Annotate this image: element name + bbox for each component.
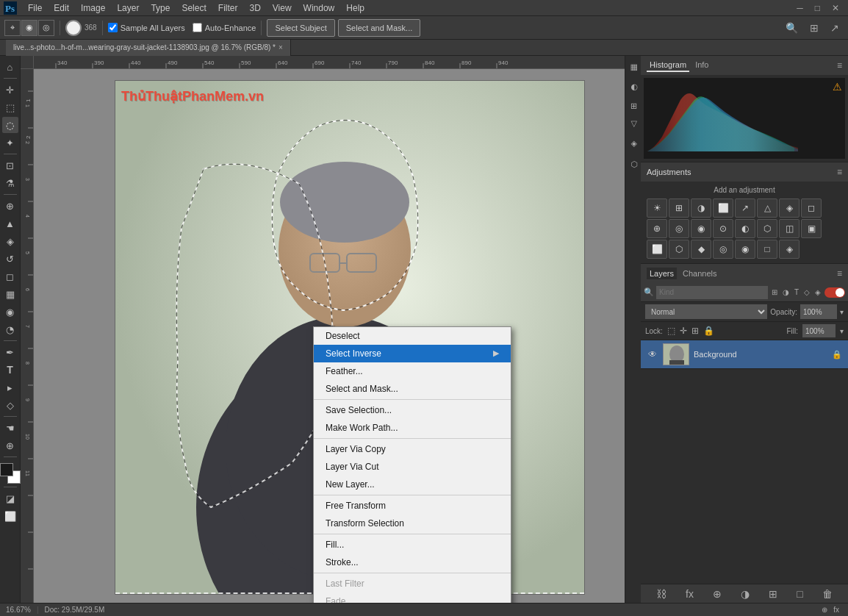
window-minimize[interactable]: ─ bbox=[791, 1, 809, 15]
menu-edit[interactable]: Edit bbox=[48, 1, 75, 15]
add-mask-icon[interactable]: ⊕ bbox=[713, 588, 722, 600]
ctx-layer-via-cut[interactable]: Layer Via Cut bbox=[314, 458, 511, 476]
channels-tab[interactable]: Channels bbox=[680, 268, 719, 279]
quick-mask-btn[interactable]: ◪ bbox=[2, 490, 18, 506]
adj-levels[interactable]: ⊞ bbox=[669, 198, 689, 218]
filter-smart[interactable]: ◈ bbox=[813, 288, 822, 296]
workspace-switcher[interactable]: ⊞ bbox=[805, 22, 823, 34]
sample-all-layers-checkbox[interactable] bbox=[108, 23, 118, 32]
adj-gradient-map[interactable]: ◫ bbox=[779, 219, 800, 238]
brush-tool[interactable]: ▲ bbox=[2, 215, 18, 232]
adj-icon15[interactable]: ◈ bbox=[779, 240, 800, 259]
adj-invert[interactable]: ⊙ bbox=[713, 219, 733, 238]
lock-pixels-icon[interactable]: ⬚ bbox=[667, 326, 675, 336]
lock-artboard-icon[interactable]: ⊞ bbox=[691, 326, 699, 336]
menu-image[interactable]: Image bbox=[75, 1, 111, 15]
filter-toggle[interactable] bbox=[824, 287, 845, 298]
select-mask-button[interactable]: Select and Mask... bbox=[338, 19, 421, 37]
adj-icon14[interactable]: □ bbox=[757, 240, 777, 259]
ctx-new-layer[interactable]: New Layer... bbox=[314, 476, 511, 493]
select-subject-button[interactable]: Select Subject bbox=[267, 19, 334, 37]
side-icon-adjustments[interactable]: ◑ bbox=[627, 80, 639, 96]
lock-all-icon[interactable]: 🔒 bbox=[703, 326, 714, 336]
ctx-feather[interactable]: Feather... bbox=[314, 362, 511, 380]
adj-channel-mixer[interactable]: ◎ bbox=[669, 219, 689, 238]
adj-icon13[interactable]: ◉ bbox=[735, 240, 755, 259]
filter-shape[interactable]: ◇ bbox=[802, 288, 811, 296]
layers-menu-icon[interactable]: ≡ bbox=[837, 268, 842, 279]
menu-select[interactable]: Select bbox=[176, 1, 212, 15]
new-layer-icon[interactable]: □ bbox=[797, 588, 802, 600]
search-icon[interactable]: 🔍 bbox=[781, 22, 802, 34]
filter-adj[interactable]: ◑ bbox=[781, 288, 791, 296]
side-icon-paths[interactable]: △ bbox=[627, 117, 639, 132]
document-tab[interactable]: live...s-photo...h-of-m...wearing-gray-s… bbox=[6, 40, 291, 56]
go-to-first[interactable]: ⊕ bbox=[819, 606, 830, 614]
fill-input[interactable] bbox=[802, 324, 836, 337]
move-tool[interactable]: ✛ bbox=[2, 82, 18, 98]
opacity-input[interactable] bbox=[800, 304, 837, 319]
menu-filter[interactable]: Filter bbox=[212, 1, 244, 15]
ctx-deselect[interactable]: Deselect bbox=[314, 327, 511, 345]
adj-vibrance[interactable]: ↗ bbox=[735, 198, 755, 218]
ctx-transform-selection[interactable]: Transform Selection bbox=[314, 515, 511, 532]
side-icon-3d[interactable]: ⬡ bbox=[627, 157, 639, 172]
marquee-tool[interactable]: ⬚ bbox=[2, 99, 18, 115]
adjustments-menu[interactable]: ≡ bbox=[837, 167, 842, 177]
info-tab[interactable]: Info bbox=[692, 59, 711, 72]
fx-label[interactable]: fx bbox=[830, 606, 842, 614]
ctx-layer-via-copy[interactable]: Layer Via Copy bbox=[314, 440, 511, 458]
chevron-down-icon[interactable]: ▾ bbox=[840, 308, 844, 316]
ctx-free-transform[interactable]: Free Transform bbox=[314, 497, 511, 515]
menu-window[interactable]: Window bbox=[298, 1, 341, 15]
color-swatches[interactable] bbox=[0, 463, 21, 484]
adj-exposure[interactable]: ⬜ bbox=[713, 198, 733, 218]
adj-posterize[interactable]: ◐ bbox=[735, 219, 755, 238]
histogram-menu-icon[interactable]: ≡ bbox=[837, 60, 842, 71]
side-icon-histogram[interactable]: ▦ bbox=[627, 60, 639, 76]
magic-wand-tool[interactable]: ✦ bbox=[2, 135, 18, 151]
filter-text[interactable]: T bbox=[793, 288, 800, 296]
window-close[interactable]: ✕ bbox=[826, 1, 845, 15]
zoom-tool[interactable]: ⊕ bbox=[2, 437, 18, 454]
menu-file[interactable]: File bbox=[22, 1, 48, 15]
side-icon-channels[interactable]: ◈ bbox=[627, 137, 639, 152]
side-icon-layers[interactable]: ⊞ bbox=[627, 100, 639, 112]
healing-tool[interactable]: ⊕ bbox=[2, 198, 18, 214]
ctx-stroke[interactable]: Stroke... bbox=[314, 554, 511, 571]
sample-all-layers-group[interactable]: Sample All Layers bbox=[108, 23, 185, 32]
adj-color-balance[interactable]: ◈ bbox=[779, 198, 800, 218]
foreground-color-swatch[interactable] bbox=[0, 463, 13, 476]
menu-view[interactable]: View bbox=[267, 1, 298, 15]
ctx-work-path[interactable]: Make Work Path... bbox=[314, 419, 511, 437]
adj-brightness[interactable]: ☀ bbox=[647, 198, 667, 218]
adj-selective-color[interactable]: ▣ bbox=[801, 219, 822, 238]
gradient-tool[interactable]: ▦ bbox=[2, 286, 18, 302]
new-group-icon[interactable]: ⊞ bbox=[769, 588, 777, 600]
delete-layer-icon[interactable]: 🗑 bbox=[822, 588, 833, 600]
menu-3d[interactable]: 3D bbox=[243, 1, 266, 15]
ctx-save-selection[interactable]: Save Selection... bbox=[314, 401, 511, 419]
tool-lasso[interactable]: ⌖ ◉ ◎ bbox=[4, 20, 54, 36]
adj-color-lookup[interactable]: ◉ bbox=[691, 219, 711, 238]
menu-type[interactable]: Type bbox=[145, 1, 176, 15]
adj-hsl[interactable]: △ bbox=[757, 198, 777, 218]
new-fill-adj-icon[interactable]: ◑ bbox=[741, 588, 750, 600]
path-select-tool[interactable]: ▸ bbox=[2, 379, 18, 395]
share-icon[interactable]: ↗ bbox=[826, 22, 844, 34]
dodge-tool[interactable]: ◔ bbox=[2, 321, 18, 337]
stamp-tool[interactable]: ◈ bbox=[2, 233, 18, 249]
menu-help[interactable]: Help bbox=[340, 1, 370, 15]
pen-tool[interactable]: ✒ bbox=[2, 344, 18, 360]
link-layers-icon[interactable]: ⛓ bbox=[656, 588, 666, 600]
layer-item-background[interactable]: 👁 Background 🔒 bbox=[641, 340, 848, 369]
lasso-tool[interactable]: ◌ bbox=[2, 117, 18, 133]
adj-icon11[interactable]: ◆ bbox=[691, 240, 711, 259]
adj-icon12[interactable]: ◎ bbox=[713, 240, 733, 259]
eraser-tool[interactable]: ◻ bbox=[2, 268, 18, 284]
layers-search-input[interactable] bbox=[656, 286, 768, 299]
ctx-fill[interactable]: Fill... bbox=[314, 536, 511, 554]
ctx-select-mask[interactable]: Select and Mask... bbox=[314, 380, 511, 398]
ctx-select-inverse[interactable]: Select Inverse ▶ bbox=[314, 345, 511, 362]
adj-threshold[interactable]: ⬡ bbox=[757, 219, 777, 238]
